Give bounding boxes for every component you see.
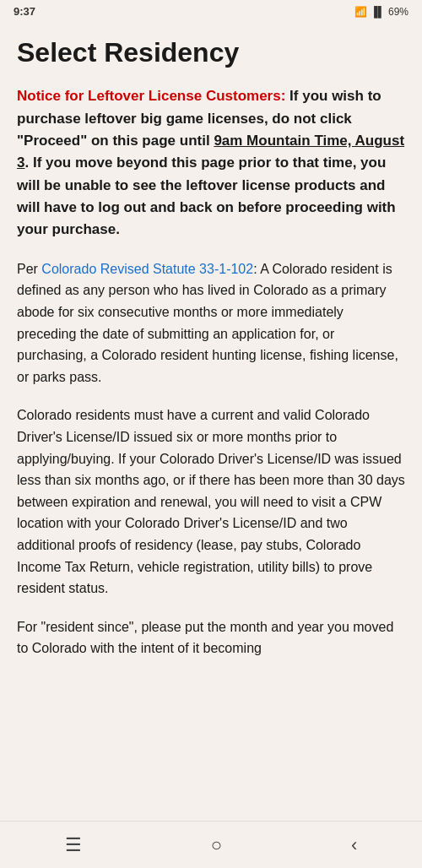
drivers-license-section: Colorado residents must have a current a…: [17, 404, 405, 599]
resident-since-text: For "resident since", please put the mon…: [17, 620, 393, 656]
notice-label: Notice for Leftover License Customers:: [17, 88, 285, 104]
drivers-license-text: Colorado residents must have a current a…: [17, 408, 405, 595]
signal-icon: ▐▌: [371, 6, 385, 18]
menu-icon[interactable]: ☰: [45, 827, 102, 863]
statute-section: Per Colorado Revised Statute 33-1-102: A…: [17, 258, 405, 388]
statute-prefix: Per: [17, 262, 41, 276]
status-time: 9:37: [14, 5, 35, 18]
statute-text: : A Colorado resident is defined as any …: [17, 262, 398, 384]
back-icon[interactable]: ‹: [331, 827, 377, 863]
battery-text: 69%: [388, 6, 408, 18]
resident-since-section: For "resident since", please put the mon…: [17, 616, 405, 659]
status-right-icons: 📶 ▐▌ 69%: [354, 6, 408, 18]
notice-text2: . If you move beyond this page prior to …: [17, 155, 396, 237]
wifi-icon: 📶: [354, 6, 367, 18]
nav-bar: ☰ ○ ‹: [0, 821, 422, 868]
main-content: Select Residency Notice for Leftover Lic…: [0, 23, 422, 676]
statute-link[interactable]: Colorado Revised Statute 33-1-102: [41, 262, 253, 276]
status-bar: 9:37 📶 ▐▌ 69%: [0, 0, 422, 23]
page-title: Select Residency: [17, 36, 405, 68]
home-icon[interactable]: ○: [191, 827, 242, 863]
notice-block: Notice for Leftover License Customers: I…: [17, 85, 405, 241]
